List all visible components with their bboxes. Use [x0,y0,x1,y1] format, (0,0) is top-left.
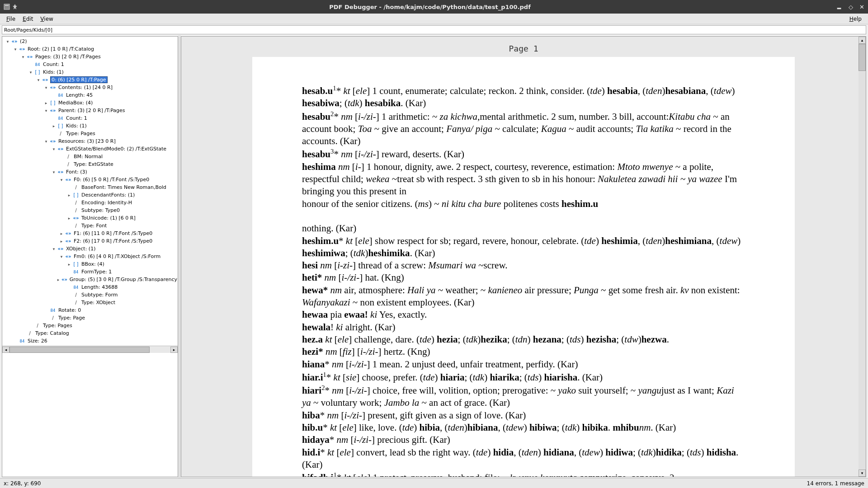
tree-row[interactable]: Type: Pages [2,130,178,137]
tree-row[interactable]: Resources: (3) [23 0 R] [2,137,178,145]
tree-row[interactable]: Parent: (3) [2 0 R] /T:Pages [2,107,178,114]
collapse-icon[interactable] [5,39,10,44]
tree-row[interactable]: Subtype: Form [2,291,178,299]
tree-row[interactable]: Kids: (1) [2,122,178,130]
tree-row[interactable]: 0: (6) [25 0 R] /T:Page [2,76,178,84]
collapse-icon[interactable] [36,77,41,83]
tree-row[interactable]: Count: 1 [2,61,178,68]
name-icon [27,331,33,336]
tree-row[interactable]: Kids: (1) [2,68,178,76]
tree-row[interactable]: Type: XObject [2,299,178,306]
minimize-icon[interactable]: 🗕 [836,4,842,10]
leaf-icon [59,154,64,160]
collapse-icon[interactable] [59,177,64,183]
tree-node-label: Font: (3) [66,169,88,175]
tree-row[interactable]: ToUnicode: (1) [6 0 R] [2,214,178,222]
tree-row[interactable]: Encoding: Identity-H [2,199,178,206]
name-icon [65,154,71,160]
tree-row[interactable]: DescendantFonts: (1) [2,191,178,199]
leaf-icon [43,308,49,313]
menu-view[interactable]: View [37,16,57,22]
tree-row[interactable]: Length: 43688 [2,283,178,291]
scroll-right-icon[interactable]: ▸ [170,347,178,353]
path-input[interactable] [4,27,864,33]
collapse-icon[interactable] [28,70,33,75]
tree-row[interactable]: Root: (2) [1 0 R] /T:Catalog [2,45,178,53]
pin-icon[interactable] [12,4,18,10]
tree-row[interactable]: Type: Font [2,222,178,230]
collapse-icon[interactable] [43,85,49,90]
tree-node-label: Length: 45 [66,92,93,98]
tree-row[interactable]: ExtGState/BlendMode0: (2) /T:ExtGState [2,145,178,153]
tree-row[interactable]: F0: (6) [5 0 R] /T:Font /S:Type0 [2,176,178,183]
scroll-up-icon[interactable]: ▴ [859,37,866,44]
num-icon [73,269,79,275]
tree-row[interactable]: Type: Page [2,314,178,322]
tree-row[interactable]: Pages: (3) [2 0 R] /T:Pages [2,53,178,61]
tree-row[interactable]: F2: (6) [17 0 R] /T:Font /S:Type0 [2,237,178,245]
hscroll-track[interactable] [9,347,170,353]
tree-row[interactable]: BaseFont: Times New Roman,Bold [2,183,178,191]
menu-help[interactable]: Help [846,16,865,22]
tree-node-label: MediaBox: (4) [58,100,93,106]
scroll-left-icon[interactable]: ◂ [2,347,9,353]
expand-icon[interactable] [66,216,72,221]
content-vscrollbar[interactable]: ▴ ▾ [859,37,866,477]
vscroll-thumb[interactable] [859,44,866,71]
tree-row[interactable]: FormType: 1 [2,268,178,276]
tree-row[interactable]: Font: (3) [2,168,178,176]
name-icon [73,223,79,229]
expand-icon[interactable] [66,262,72,267]
tree-row[interactable]: Fm0: (6) [4 0 R] /T:XObject /S:Form [2,253,178,260]
object-tree[interactable]: (2)Root: (2) [1 0 R] /T:CatalogPages: (3… [2,37,178,346]
tree-row[interactable]: Type: Catalog [2,329,178,337]
tree-node-label: Root: (2) [1 0 R] /T:Catalog [27,46,94,52]
tree-row[interactable]: Rotate: 0 [2,306,178,314]
tree-node-label: Pages: (3) [2 0 R] /T:Pages [35,54,101,60]
collapse-icon[interactable] [43,108,49,113]
tree-panel[interactable]: (2)Root: (2) [1 0 R] /T:CatalogPages: (3… [2,36,178,477]
collapse-icon[interactable] [20,54,26,60]
tree-row[interactable]: XObject: (1) [2,245,178,253]
collapse-icon[interactable] [51,146,57,152]
tree-row[interactable]: MediaBox: (4) [2,99,178,107]
tree-row[interactable]: BM: Normal [2,153,178,160]
tree-node-label: Type: ExtGState [73,161,114,167]
num-icon [19,338,25,344]
hscroll-thumb[interactable] [9,347,150,353]
tree-row[interactable]: (2) [2,38,178,45]
collapse-icon[interactable] [59,254,64,259]
collapse-icon[interactable] [43,139,49,144]
expand-icon[interactable] [51,123,57,129]
expand-icon[interactable] [56,277,61,282]
tree-row[interactable]: F1: (6) [11 0 R] /T:Font /S:Type0 [2,230,178,237]
content-panel[interactable]: Page 1 hesab.u1* kt [ele] 1 count, enume… [181,36,866,477]
collapse-icon[interactable] [51,169,57,175]
tree-row[interactable]: Group: (5) [3 0 R] /T:Group /S:Transpare… [2,276,178,283]
menu-file[interactable]: File [3,16,19,22]
menu-edit[interactable]: Edit [19,16,37,22]
tree-row[interactable]: Length: 45 [2,91,178,99]
collapse-icon[interactable] [13,47,18,52]
tree-row[interactable]: BBox: (4) [2,260,178,268]
expand-icon[interactable] [59,239,64,244]
expand-icon[interactable] [43,100,49,106]
tree-node-label: Count: 1 [42,61,65,67]
scroll-down-icon[interactable]: ▾ [859,469,866,477]
tree-hscrollbar[interactable]: ◂ ▸ [2,346,178,353]
titlebar-app-icons [4,4,18,10]
maximize-icon[interactable]: ◇ [849,4,853,10]
tree-row[interactable]: Type: Pages [2,322,178,329]
expand-icon[interactable] [59,231,64,236]
vscroll-track[interactable] [859,44,866,469]
leaf-icon [66,285,72,290]
expand-icon[interactable] [66,192,72,198]
tree-row[interactable]: Subtype: Type0 [2,206,178,214]
tree-row[interactable]: Count: 1 [2,114,178,122]
tree-row[interactable]: Type: ExtGState [2,160,178,168]
tree-row[interactable]: Size: 26 [2,337,178,345]
collapse-icon[interactable] [51,246,57,252]
tree-row[interactable]: Contents: (1) [24 0 R] [2,84,178,91]
close-icon[interactable]: ✕ [859,4,864,10]
arr-icon [73,262,79,267]
